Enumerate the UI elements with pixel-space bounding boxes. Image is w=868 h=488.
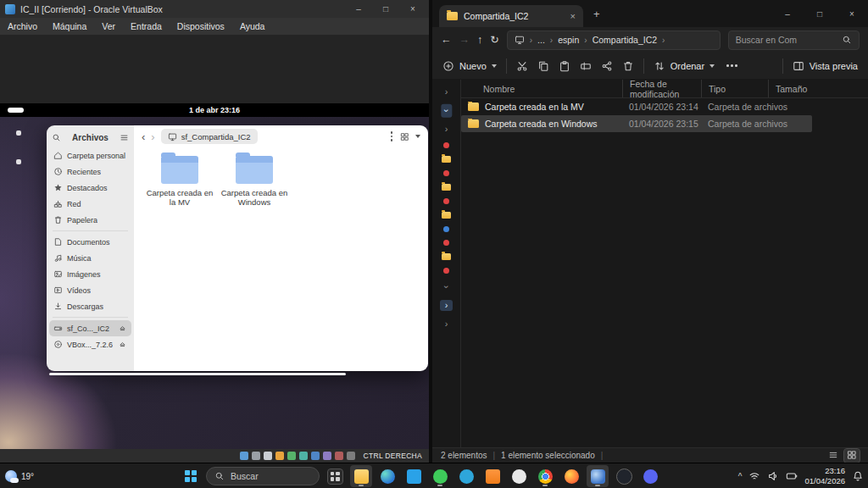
firefox-icon[interactable] xyxy=(560,465,582,487)
taskbar-clock[interactable]: 23:16 01/04/2026 xyxy=(804,466,845,486)
view-options-caret[interactable] xyxy=(415,135,420,138)
folder-item-windows[interactable]: Carpeta creada en Windows xyxy=(219,156,290,208)
maximize-button[interactable]: □ xyxy=(375,4,397,14)
optical-disc-status-icon[interactable] xyxy=(264,452,272,460)
weather-widget[interactable]: 19° xyxy=(5,463,34,488)
start-button[interactable] xyxy=(180,465,202,487)
details-view-button[interactable] xyxy=(826,449,841,463)
mini-folder-icon[interactable] xyxy=(442,184,451,191)
back-button[interactable]: ‹ xyxy=(142,131,145,142)
search-icon[interactable] xyxy=(52,133,61,142)
explorer-tab[interactable]: Compartida_IC2 × xyxy=(439,5,583,27)
recording-status-icon[interactable] xyxy=(335,452,343,460)
file-explorer-icon[interactable] xyxy=(350,465,372,487)
sidebar-item-downloads[interactable]: Descargas xyxy=(49,298,131,314)
storage-status-icon[interactable] xyxy=(252,452,260,460)
breadcrumb-ellipsis[interactable]: ... xyxy=(537,35,545,45)
display-status-icon[interactable] xyxy=(240,452,248,460)
menu-archivo[interactable]: Archivo xyxy=(0,19,45,33)
obs-icon[interactable] xyxy=(613,465,635,487)
forward-button[interactable]: → xyxy=(459,35,470,46)
github-desktop-icon[interactable] xyxy=(508,465,530,487)
large-icons-view-button[interactable] xyxy=(844,449,860,463)
nav-pane-expander[interactable]: › xyxy=(440,86,453,97)
virtualbox-icon[interactable] xyxy=(587,465,609,487)
chrome-icon[interactable] xyxy=(534,465,556,487)
mini-folder-icon[interactable] xyxy=(442,253,451,260)
column-header-modified[interactable]: Fecha de modificación xyxy=(622,80,701,97)
telegram-icon[interactable] xyxy=(455,465,477,487)
up-button[interactable]: ↑ xyxy=(477,35,482,46)
column-header-size[interactable]: Tamaño xyxy=(768,80,821,97)
vlc-icon[interactable] xyxy=(481,465,504,487)
column-header-name[interactable]: Nombre xyxy=(461,80,622,97)
more-options-icon[interactable] xyxy=(724,62,740,69)
close-button[interactable]: × xyxy=(402,4,424,14)
menu-maquina[interactable]: Máquina xyxy=(45,19,94,33)
address-bar[interactable]: › ... › espin › Compartida_IC2 › xyxy=(507,30,721,50)
sort-button[interactable]: Ordenar xyxy=(654,60,715,72)
breadcrumb[interactable]: sf_Compartida_IC2 xyxy=(161,129,258,144)
nav-pane-expander[interactable]: › xyxy=(440,300,453,311)
view-grid-icon[interactable] xyxy=(400,132,409,141)
sidebar-item-starred[interactable]: Destacados xyxy=(49,180,131,196)
minimize-button[interactable]: – xyxy=(348,4,370,14)
refresh-button[interactable]: ↻ xyxy=(490,35,498,46)
notifications-bell-icon[interactable] xyxy=(852,470,864,482)
audio-status-icon[interactable] xyxy=(275,452,284,460)
sidebar-item-music[interactable]: Música xyxy=(49,250,131,266)
activities-pill[interactable] xyxy=(8,108,24,113)
delete-icon[interactable] xyxy=(622,60,634,72)
desktop-icon[interactable] xyxy=(16,159,21,164)
eject-icon[interactable] xyxy=(118,340,127,349)
edge-icon[interactable] xyxy=(376,465,398,487)
sidebar-item-documents[interactable]: Documentos xyxy=(49,234,131,250)
battery-icon[interactable] xyxy=(786,470,798,482)
mouse-integration-status-icon[interactable] xyxy=(347,452,355,460)
sidebar-item-network[interactable]: Red xyxy=(49,196,131,212)
volume-icon[interactable] xyxy=(767,470,779,482)
mini-folder-icon[interactable] xyxy=(442,212,451,219)
usb-status-icon[interactable] xyxy=(299,452,308,460)
search-input[interactable]: Buscar en Com xyxy=(728,30,860,50)
nav-pane-expander[interactable]: › xyxy=(440,319,453,330)
sidebar-item-shared-folder[interactable]: sf_Co..._IC2 xyxy=(49,320,131,336)
rename-icon[interactable] xyxy=(580,60,592,72)
desktop-icon[interactable] xyxy=(16,130,21,136)
wifi-icon[interactable] xyxy=(748,470,760,482)
sidebar-item-trash[interactable]: Papelera xyxy=(49,212,131,228)
network-status-icon[interactable] xyxy=(287,452,296,460)
sidebar-item-vbox-additions[interactable]: VBox..._7.2.6 xyxy=(49,336,131,352)
sidebar-item-home[interactable]: Carpeta personal xyxy=(49,147,131,164)
cut-icon[interactable] xyxy=(516,60,528,72)
shared-folders-status-icon[interactable] xyxy=(311,452,320,460)
paste-icon[interactable] xyxy=(559,60,570,72)
menu-ayuda[interactable]: Ayuda xyxy=(232,19,273,33)
vm-clock[interactable]: 1 de abr 23:16 xyxy=(189,106,240,114)
preview-button[interactable]: Vista previa xyxy=(793,60,858,72)
back-button[interactable]: ← xyxy=(441,35,452,46)
share-icon[interactable] xyxy=(601,60,613,72)
forward-button[interactable]: › xyxy=(151,131,154,142)
taskbar-search[interactable]: Buscar xyxy=(206,467,320,485)
mini-folder-icon[interactable] xyxy=(442,156,451,163)
display-features-status-icon[interactable] xyxy=(323,452,331,460)
nav-pane-expander[interactable]: › xyxy=(440,124,453,135)
sidebar-item-videos[interactable]: Vídeos xyxy=(49,282,131,298)
breadcrumb-current[interactable]: Compartida_IC2 xyxy=(593,35,657,45)
menu-dispositivos[interactable]: Dispositivos xyxy=(170,19,232,33)
eject-icon[interactable] xyxy=(118,324,127,333)
minimize-button[interactable]: – xyxy=(771,0,804,27)
hidden-icons-chevron[interactable]: ^ xyxy=(738,472,743,481)
discord-icon[interactable] xyxy=(639,465,661,487)
task-view-icon[interactable] xyxy=(324,465,346,487)
sidebar-item-recent[interactable]: Recientes xyxy=(49,164,131,180)
breadcrumb-parent[interactable]: espin xyxy=(558,35,579,45)
new-button[interactable]: Nuevo xyxy=(442,60,497,72)
virtualbox-titlebar[interactable]: IC_II [Corriendo] - Oracle VirtualBox – … xyxy=(0,0,429,18)
whatsapp-icon[interactable] xyxy=(429,465,451,487)
close-button[interactable]: × xyxy=(836,0,868,27)
menu-ver[interactable]: Ver xyxy=(94,19,123,33)
vscode-icon[interactable] xyxy=(403,465,425,487)
hamburger-menu-icon[interactable] xyxy=(120,133,129,142)
